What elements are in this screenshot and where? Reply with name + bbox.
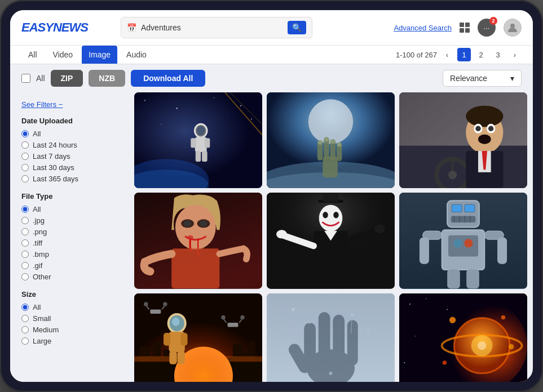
image-grid — [134, 92, 527, 382]
svg-rect-93 — [466, 269, 479, 288]
filetype-jpg-radio[interactable] — [21, 217, 29, 224]
search-button[interactable]: 🔍 — [288, 21, 306, 34]
see-filters-toggle[interactable]: See Filters − — [21, 100, 117, 109]
filetype-jpg-option[interactable]: .jpg — [21, 216, 117, 225]
svg-point-122 — [240, 315, 245, 319]
date-24h-radio[interactable] — [21, 141, 29, 149]
size-small-radio[interactable] — [21, 315, 29, 322]
svg-point-5 — [240, 105, 241, 106]
date-7d-label: Last 7 days — [33, 152, 70, 161]
size-medium-radio[interactable] — [21, 326, 29, 333]
svg-point-46 — [478, 135, 491, 144]
svg-rect-71 — [317, 268, 328, 289]
search-input[interactable] — [141, 23, 283, 32]
avatar[interactable] — [504, 19, 522, 37]
svg-point-135 — [329, 372, 333, 375]
nzb-button[interactable]: NZB — [89, 70, 125, 87]
tab-video[interactable]: Video — [46, 46, 80, 64]
size-large-option[interactable]: Large — [21, 337, 117, 345]
relevance-dropdown[interactable]: Relevance ▾ — [443, 70, 522, 87]
tab-audio[interactable]: Audio — [120, 46, 153, 64]
size-all-radio[interactable] — [21, 304, 29, 311]
filetype-png-label: .png — [33, 228, 47, 236]
svg-point-56 — [187, 235, 193, 240]
filetype-png-radio[interactable] — [21, 228, 29, 235]
select-all-checkbox[interactable] — [21, 74, 30, 83]
svg-point-148 — [449, 317, 456, 323]
filetype-all-option[interactable]: All — [21, 205, 117, 213]
svg-rect-90 — [420, 238, 429, 264]
next-page-button[interactable]: › — [508, 48, 522, 61]
svg-point-112 — [172, 317, 179, 326]
date-30d-radio[interactable] — [21, 164, 29, 171]
download-all-button[interactable]: Download All — [131, 70, 205, 87]
date-all-option[interactable]: All — [21, 130, 117, 138]
filetype-gif-option[interactable]: .gif — [21, 261, 117, 270]
svg-rect-13 — [205, 138, 210, 148]
date-24h-option[interactable]: Last 24 hours — [21, 141, 117, 149]
page-3-button[interactable]: 3 — [491, 48, 505, 61]
image-tile[interactable] — [134, 92, 262, 188]
date-7d-radio[interactable] — [21, 153, 29, 160]
image-tile[interactable] — [399, 193, 527, 288]
svg-point-140 — [426, 298, 427, 299]
svg-point-116 — [144, 302, 148, 306]
advanced-search-link[interactable]: Advanced Search — [394, 24, 452, 32]
image-tile[interactable] — [134, 293, 262, 382]
filetype-png-option[interactable]: .png — [21, 228, 117, 236]
size-medium-option[interactable]: Medium — [21, 326, 117, 334]
grid-view-icon[interactable] — [460, 23, 470, 33]
svg-point-3 — [176, 108, 178, 109]
svg-rect-110 — [178, 351, 185, 364]
svg-rect-85 — [448, 235, 478, 257]
notifications-button[interactable]: ··· 2 — [478, 19, 496, 37]
date-365d-radio[interactable] — [21, 175, 29, 182]
size-medium-label: Medium — [33, 326, 59, 334]
zip-button[interactable]: ZIP — [51, 70, 83, 87]
filetype-all-radio[interactable] — [21, 206, 29, 213]
page-1-button[interactable]: 1 — [457, 48, 471, 61]
svg-rect-12 — [191, 138, 196, 148]
svg-point-149 — [501, 315, 506, 319]
size-large-radio[interactable] — [21, 337, 29, 345]
filetype-other-radio[interactable] — [21, 273, 29, 280]
filetype-gif-radio[interactable] — [21, 262, 29, 269]
svg-rect-72 — [333, 268, 344, 289]
image-tile[interactable] — [399, 293, 527, 382]
image-tile[interactable] — [267, 193, 395, 288]
svg-rect-108 — [180, 332, 187, 345]
filetype-bmp-option[interactable]: .bmp — [21, 250, 117, 259]
date-365d-option[interactable]: Last 365 days — [21, 175, 117, 183]
tab-all[interactable]: All — [21, 46, 44, 64]
date-30d-option[interactable]: Last 30 days — [21, 163, 117, 172]
image-tile[interactable] — [267, 293, 395, 382]
filter-filetype-title: File Type — [21, 192, 117, 201]
prev-page-button[interactable]: ‹ — [440, 48, 454, 61]
svg-rect-57 — [171, 249, 219, 289]
svg-rect-113 — [150, 309, 161, 314]
date-all-radio[interactable] — [21, 130, 29, 137]
image-tile[interactable] — [267, 92, 395, 188]
image-tile[interactable] — [134, 193, 262, 288]
date-7d-option[interactable]: Last 7 days — [21, 152, 117, 161]
svg-rect-77 — [452, 205, 462, 212]
svg-rect-129 — [347, 320, 358, 365]
filetype-tiff-radio[interactable] — [21, 239, 29, 247]
size-small-option[interactable]: Small — [21, 314, 117, 323]
tab-image[interactable]: Image — [82, 46, 117, 64]
svg-rect-15 — [202, 151, 207, 162]
filetype-tiff-option[interactable]: .tiff — [21, 239, 117, 247]
svg-point-37 — [448, 171, 457, 179]
svg-point-150 — [509, 344, 514, 349]
filetype-other-option[interactable]: Other — [21, 273, 117, 281]
filetype-bmp-radio[interactable] — [21, 251, 29, 258]
svg-rect-118 — [228, 323, 239, 327]
size-all-option[interactable]: All — [21, 303, 117, 311]
page-2-button[interactable]: 2 — [474, 48, 488, 61]
image-tile[interactable] — [399, 92, 527, 188]
svg-rect-32 — [331, 139, 335, 144]
svg-point-62 — [319, 205, 343, 231]
header-right: Advanced Search ··· 2 — [394, 19, 522, 37]
svg-point-6 — [161, 124, 161, 124]
filetype-other-label: Other — [33, 273, 51, 281]
